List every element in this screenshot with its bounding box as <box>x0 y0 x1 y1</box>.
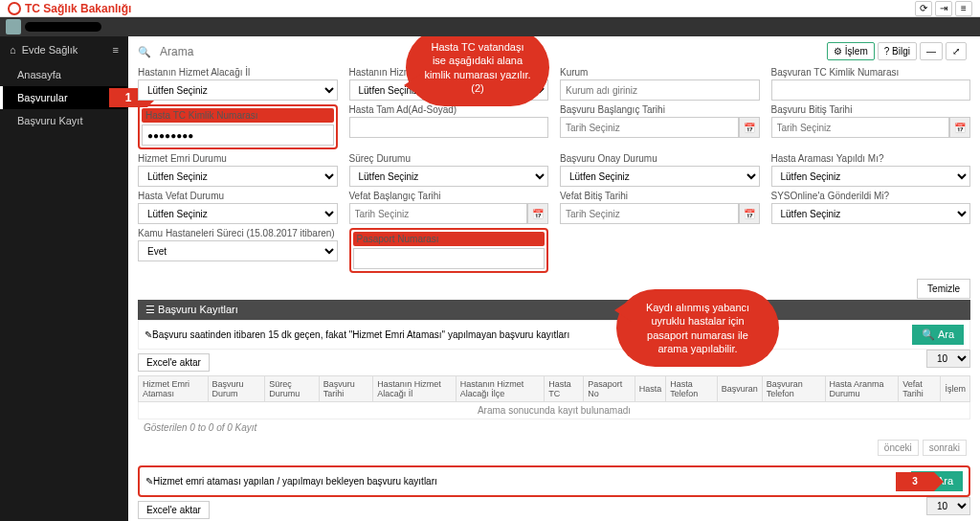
excel-button-1[interactable]: Excel'e aktar <box>138 353 210 372</box>
collapse-icon[interactable]: ≡ <box>113 44 119 56</box>
callout-tc: Hasta TC vatandaşı ise aşağıdaki alana k… <box>406 36 549 106</box>
excel-button-2[interactable]: Excel'e aktar <box>138 501 210 519</box>
user-bar <box>0 17 980 36</box>
vefat-baslangic-input[interactable] <box>349 203 528 224</box>
logo-icon <box>8 2 21 15</box>
il-select[interactable]: Lütfen Seçiniz <box>138 79 338 101</box>
edit-icon: ✎ <box>145 329 152 340</box>
calendar-icon[interactable]: 📅 <box>739 203 760 224</box>
page-size-1[interactable]: 10 <box>926 350 970 368</box>
kurum-input[interactable] <box>560 79 760 101</box>
basvuran-tc-input[interactable] <box>771 79 971 101</box>
app-title: TC Sağlık Bakanlığı <box>25 2 131 15</box>
sidebar: ⌂ Evde Sağlık ≡ Anasayfa Başvurular 1 Ba… <box>0 36 128 521</box>
refresh-button[interactable]: ⟳ <box>915 1 932 16</box>
expand-button[interactable]: ⤢ <box>946 42 967 60</box>
clear-button[interactable]: Temizle <box>917 279 970 299</box>
section-header-1: ☰ Başvuru Kayıtları <box>138 300 970 320</box>
search-icon: 🔍 <box>138 46 151 58</box>
marker-3: 3 <box>896 472 934 491</box>
basvuru-bitis-input[interactable] <box>771 117 950 138</box>
main-content: 🔍 ⚙ İşlem ? Bilgi — ⤢ Hasta TC vatandaşı… <box>128 36 980 521</box>
bilgi-button[interactable]: ? Bilgi <box>878 42 917 60</box>
onay-select[interactable]: Lütfen Seçiniz <box>560 166 760 187</box>
arama-select[interactable]: Lütfen Seçiniz <box>771 166 971 187</box>
adsoyad-input[interactable] <box>349 117 549 138</box>
sidebar-item-basvurular[interactable]: Başvurular 1 <box>0 86 128 109</box>
filter-form: Hastanın Hizmet Alacağı İlLütfen Seçiniz… <box>138 67 970 273</box>
vefat-select[interactable]: Lütfen Seçiniz <box>138 203 338 224</box>
calendar-icon[interactable]: 📅 <box>949 117 970 138</box>
menu-button[interactable]: ≡ <box>955 1 972 16</box>
page-size-2[interactable]: 10 <box>926 497 970 515</box>
calendar-icon[interactable]: 📅 <box>739 117 760 138</box>
hasta-tc-input[interactable] <box>142 125 334 146</box>
sidebar-title: ⌂ Evde Sağlık ≡ <box>0 36 128 63</box>
app-header: TC Sağlık Bakanlığı ⟳ ⇥ ≡ <box>0 0 980 17</box>
export-button[interactable]: ⇥ <box>935 1 952 16</box>
minimize-button[interactable]: — <box>920 42 943 60</box>
table-1: Hizmet Emri AtamasıBaşvuru DurumSüreç Du… <box>138 375 970 419</box>
pasaport-input[interactable] <box>353 248 546 269</box>
kamu-select[interactable]: Evet <box>138 240 338 261</box>
edit-icon: ✎ <box>145 476 153 487</box>
sys-select[interactable]: Lütfen Seçiniz <box>771 203 971 224</box>
ara-button-1[interactable]: 🔍 Ara <box>912 325 964 345</box>
callout-pasaport: Kaydı alınmış yabancı uyruklu hastalar i… <box>616 289 779 367</box>
calendar-icon[interactable]: 📅 <box>527 203 548 224</box>
surec-select[interactable]: Lütfen Seçiniz <box>349 166 549 187</box>
username-redacted <box>25 22 101 32</box>
vefat-bitis-input[interactable] <box>560 203 739 224</box>
basvuru-baslangic-input[interactable] <box>560 117 739 138</box>
sidebar-item-anasayfa[interactable]: Anasayfa <box>0 63 128 86</box>
hizmet-emri-select[interactable]: Lütfen Seçiniz <box>138 166 338 187</box>
avatar <box>6 19 21 34</box>
islem-button[interactable]: ⚙ İşlem <box>827 42 875 60</box>
home-icon: ⌂ <box>10 44 16 56</box>
sidebar-item-basvuru-kayit[interactable]: Başvuru Kayıt <box>0 109 128 132</box>
